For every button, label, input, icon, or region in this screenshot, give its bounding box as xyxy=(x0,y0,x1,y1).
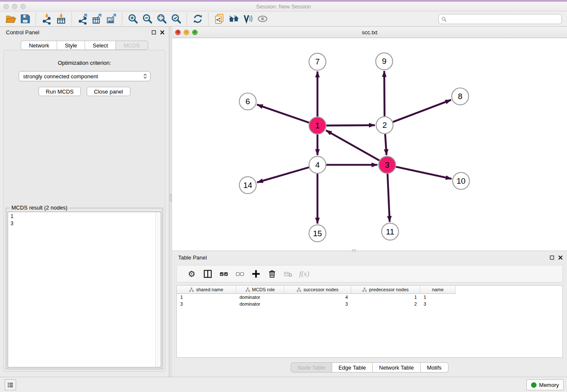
memory-button[interactable]: Memory xyxy=(526,379,564,390)
zoom-out-button[interactable] xyxy=(140,13,154,25)
cell-name[interactable]: 3 xyxy=(420,301,456,306)
run-mcds-button[interactable]: Run MCDS xyxy=(39,87,81,96)
clone-network-button[interactable] xyxy=(212,13,226,25)
graph-edge-2-8[interactable] xyxy=(393,100,451,122)
cell-shared-name[interactable]: 1 xyxy=(177,295,236,300)
cell-successor-nodes[interactable]: 4 xyxy=(284,295,351,300)
hierarchy-icon xyxy=(297,287,301,292)
export-network-button[interactable] xyxy=(75,13,90,25)
select-all-button[interactable] xyxy=(216,268,232,280)
deselect-all-button[interactable] xyxy=(232,268,248,280)
mcds-panel: Optimization criterion: strongly connect… xyxy=(3,50,165,372)
graph-node-label-3: 3 xyxy=(385,160,390,169)
close-panel-button-2[interactable]: Close panel xyxy=(87,87,130,96)
delete-button[interactable] xyxy=(264,268,280,280)
graph-edge-3-1[interactable] xyxy=(326,130,379,160)
table-row[interactable]: 3 dominator 3 2 3 xyxy=(177,301,562,307)
node-table[interactable]: shared name MCDS role successor nodes pr… xyxy=(176,285,563,358)
table-row[interactable]: 1 dominator 4 1 1 xyxy=(177,294,562,301)
apply-style-button[interactable] xyxy=(241,13,255,25)
function-builder-button[interactable]: f(x) xyxy=(296,268,312,280)
open-folder-icon xyxy=(5,13,17,25)
zoom-fit-button[interactable] xyxy=(154,13,169,25)
table-panel: Table Panel ⚙ f(x) shared name MCDS role xyxy=(172,252,567,377)
mcds-result-box[interactable]: 1 3 xyxy=(8,212,161,367)
criterion-dropdown[interactable]: strongly connected component xyxy=(19,71,151,81)
show-graphics-button[interactable] xyxy=(255,13,270,25)
graph-node-label-4: 4 xyxy=(315,160,320,169)
cell-mcds-role[interactable]: dominator xyxy=(236,295,284,300)
search-input[interactable] xyxy=(447,15,561,23)
main-toolbar xyxy=(0,11,567,27)
column-header-mcds-role[interactable]: MCDS role xyxy=(236,286,284,294)
graph-edge-2-9[interactable] xyxy=(384,71,385,116)
network-window-title: scc.txt xyxy=(172,29,567,36)
tab-motifs[interactable]: Motifs xyxy=(421,362,449,373)
zoom-in-button[interactable] xyxy=(126,13,140,25)
panel-splitter[interactable] xyxy=(169,27,172,377)
column-icon xyxy=(203,269,212,279)
control-panel-header: Control Panel xyxy=(0,27,169,38)
tab-network[interactable]: Network xyxy=(21,41,57,50)
export-image-button[interactable] xyxy=(104,13,118,25)
import-network-button[interactable] xyxy=(39,13,54,25)
graph-node-label-14: 14 xyxy=(243,181,252,190)
float-table-panel-button[interactable] xyxy=(549,255,554,260)
network-overview-button[interactable] xyxy=(226,13,241,25)
cell-successor-nodes[interactable]: 3 xyxy=(284,301,351,306)
cell-name[interactable]: 1 xyxy=(420,295,456,300)
search-field[interactable] xyxy=(438,14,562,24)
column-header-name[interactable]: name xyxy=(420,286,456,294)
save-session-button[interactable] xyxy=(18,13,32,25)
network-canvas[interactable]: 7968124314101511 xyxy=(172,38,567,251)
tab-network-table[interactable]: Network Table xyxy=(373,362,421,373)
graph-node-label-11: 11 xyxy=(386,227,394,236)
table-toolbar: ⚙ f(x) xyxy=(176,265,563,282)
export-table-button[interactable] xyxy=(90,13,104,25)
eye-icon xyxy=(257,13,268,25)
table-settings-button[interactable]: ⚙ xyxy=(184,268,200,280)
graph-edge-3-11[interactable] xyxy=(388,174,390,222)
tab-style[interactable]: Style xyxy=(57,41,85,50)
tab-edge-table[interactable]: Edge Table xyxy=(332,362,373,373)
graph-edge-1-2[interactable] xyxy=(326,125,375,126)
column-button[interactable] xyxy=(200,268,216,280)
splitter-grip[interactable] xyxy=(170,194,172,202)
tab-node-table[interactable]: Node Table xyxy=(291,362,332,373)
cell-mcds-role[interactable]: dominator xyxy=(236,301,284,306)
cell-predecessor-nodes[interactable]: 1 xyxy=(351,295,420,300)
plus-icon xyxy=(251,269,261,279)
network-graph-svg: 7968124314101511 xyxy=(172,38,567,251)
import-table-button[interactable] xyxy=(54,13,68,25)
zoom-selected-button[interactable] xyxy=(169,13,183,25)
tab-select[interactable]: Select xyxy=(85,41,116,50)
graph-edge-3-10[interactable] xyxy=(396,167,451,179)
column-header-successor-nodes[interactable]: successor nodes xyxy=(284,286,351,294)
trash-icon xyxy=(267,269,277,279)
main-titlebar: Session: New Session xyxy=(0,2,567,11)
graph-edge-1-6[interactable] xyxy=(257,105,309,123)
graph-edge-2-3[interactable] xyxy=(385,134,386,155)
tab-mcds[interactable]: MCDS xyxy=(116,41,148,50)
delete-table-button[interactable] xyxy=(280,268,296,280)
toolbar-separator xyxy=(72,13,72,25)
float-panel-button[interactable] xyxy=(151,30,156,35)
float-icon xyxy=(550,255,554,260)
close-table-panel-button[interactable] xyxy=(558,255,563,260)
task-history-button[interactable] xyxy=(5,379,16,390)
refresh-network-button[interactable] xyxy=(190,13,205,25)
open-session-button[interactable] xyxy=(3,13,18,25)
table-header-row: shared name MCDS role successor nodes pr… xyxy=(177,286,562,294)
close-panel-button[interactable] xyxy=(160,30,165,35)
column-header-predecessor-nodes[interactable]: predecessor nodes xyxy=(351,286,420,294)
column-header-shared-name[interactable]: shared name xyxy=(177,286,236,294)
cell-shared-name[interactable]: 3 xyxy=(177,301,236,306)
cell-predecessor-nodes[interactable]: 2 xyxy=(351,301,420,306)
memory-status-icon xyxy=(531,382,537,388)
graph-edge-4-14[interactable] xyxy=(257,167,309,182)
add-button[interactable] xyxy=(248,268,264,280)
control-panel-title: Control Panel xyxy=(6,29,39,36)
network-window-titlebar[interactable]: × − + scc.txt xyxy=(172,27,567,38)
toolbar-separator xyxy=(122,13,122,25)
result-scrollbar[interactable] xyxy=(155,212,161,367)
